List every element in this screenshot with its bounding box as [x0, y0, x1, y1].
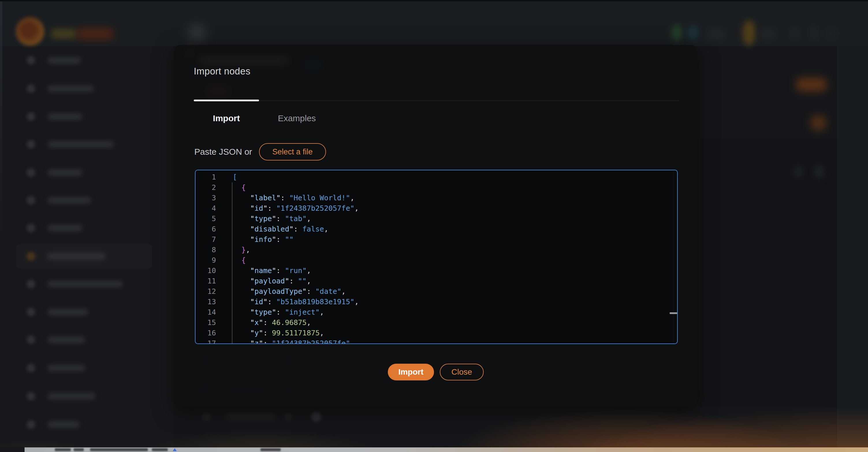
- line-number: 11: [195, 276, 216, 286]
- taskbar-text-blur: [152, 448, 168, 451]
- json-editor-content[interactable]: 1[2 {3 "label": "Hello World!",4 "id": "…: [195, 170, 677, 344]
- json-editor[interactable]: 1[2 {3 "label": "Hello World!",4 "id": "…: [195, 170, 678, 344]
- dialog-tabs: Import Examples: [194, 110, 335, 126]
- code-line: 11 "payload": "",: [195, 276, 677, 286]
- code-line: 6 "disabled": false,: [195, 224, 677, 234]
- taskbar-text-blur: [55, 448, 71, 451]
- line-number: 2: [195, 183, 216, 193]
- line-number: 17: [195, 338, 216, 344]
- code-line: 3 "label": "Hello World!",: [195, 193, 677, 203]
- line-number: 10: [195, 265, 216, 276]
- code-line: 14 "type": "inject",: [195, 307, 677, 318]
- code-line: 17 "z": "1f24387b252057fe",: [195, 338, 677, 344]
- code-line: 5 "type": "tab",: [195, 214, 677, 224]
- code-line: 9 {: [195, 255, 677, 265]
- taskbar-text-blur: [260, 448, 281, 451]
- close-button[interactable]: Close: [440, 364, 484, 380]
- line-number: 8: [195, 245, 216, 255]
- taskbar-text-blur: [74, 448, 84, 451]
- line-number: 7: [195, 234, 216, 245]
- line-number: 5: [195, 214, 216, 224]
- code-line: 7 "info": "": [195, 234, 677, 245]
- taskbar-text-blur: [90, 448, 148, 451]
- taskbar-corner: [0, 447, 25, 452]
- editor-scrollbar-thumb[interactable]: [670, 312, 677, 314]
- dialog-title: Import nodes: [194, 66, 250, 77]
- import-nodes-dialog: Import nodes Import Examples Paste JSON …: [175, 45, 697, 407]
- code-line: 13 "id": "b51ab819b83e1915",: [195, 297, 677, 307]
- select-file-button[interactable]: Select a file: [259, 143, 326, 160]
- tab-examples[interactable]: Examples: [259, 110, 335, 126]
- line-number: 13: [195, 297, 216, 307]
- code-line: 2 {: [195, 183, 677, 193]
- line-number: 4: [195, 203, 216, 214]
- line-number: 1: [195, 172, 216, 183]
- taskbar-sliver: [25, 447, 868, 452]
- line-number: 14: [195, 307, 216, 318]
- code-line: 1[: [195, 172, 677, 183]
- paste-json-row: Paste JSON or Select a file: [194, 143, 326, 160]
- line-number: 9: [195, 255, 216, 265]
- code-line: 10 "name": "run",: [195, 265, 677, 276]
- code-line: 12 "payloadType": "date",: [195, 286, 677, 297]
- gutter-separator: [232, 183, 232, 344]
- tab-divider-line: [194, 100, 679, 101]
- code-line: 16 "y": 99.51171875,: [195, 328, 677, 338]
- line-number: 6: [195, 224, 216, 234]
- import-button[interactable]: Import: [388, 364, 434, 380]
- tab-import[interactable]: Import: [194, 110, 259, 126]
- app-screen: Import nodes Import Examples Paste JSON …: [0, 0, 868, 452]
- line-number: 12: [195, 286, 216, 297]
- code-line: 8 },: [195, 245, 677, 255]
- active-tab-indicator: [194, 100, 259, 101]
- line-number: 3: [195, 193, 216, 203]
- dialog-footer: Import Close: [175, 364, 697, 380]
- code-line: 4 "id": "1f24387b252057fe",: [195, 203, 677, 214]
- taskbar-arrow-icon: [173, 448, 177, 451]
- code-line: 15 "x": 46.96875,: [195, 318, 677, 328]
- paste-json-label: Paste JSON or: [194, 147, 252, 157]
- line-number: 15: [195, 318, 216, 328]
- line-number: 16: [195, 328, 216, 338]
